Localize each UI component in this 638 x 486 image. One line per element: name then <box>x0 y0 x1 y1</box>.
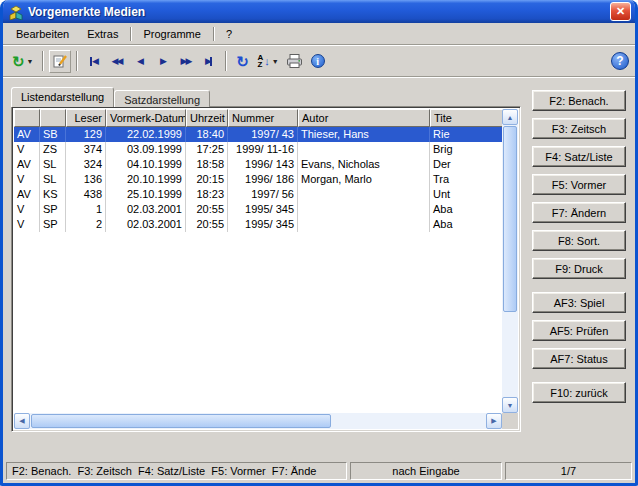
cell-titel: Rie <box>430 127 502 142</box>
reload-icon: ↻ <box>236 54 249 69</box>
cell-status: AV <box>14 127 40 142</box>
cell-nummer: 1997/ 56 <box>228 187 298 202</box>
column-header-titel[interactable]: Tite <box>430 109 502 127</box>
cell-leser: 438 <box>66 187 106 202</box>
column-header-type[interactable] <box>40 109 66 127</box>
f3-zeitsch-button[interactable]: F3: Zeitsch <box>532 118 626 139</box>
app-icon[interactable] <box>8 4 24 20</box>
cell-nummer: 1995/ 345 <box>228 217 298 232</box>
cell-datum: 02.03.2001 <box>106 217 186 232</box>
f8-sort-button[interactable]: F8: Sort. <box>532 230 626 251</box>
sort-az-icon: AZ ↓ <box>258 54 270 68</box>
cell-datum: 03.09.1999 <box>106 142 186 157</box>
tab-satzdarstellung[interactable]: Satzdarstellung <box>114 90 210 107</box>
af3-spiel-button[interactable]: AF3: Spiel <box>532 292 626 313</box>
edit-button[interactable] <box>49 50 71 73</box>
scroll-right-icon[interactable]: ▶ <box>486 413 502 429</box>
app-window: Vorgemerkte Medien ✕ Bearbeiten Extras P… <box>0 0 638 486</box>
table-row[interactable]: AV KS 438 25.10.1999 18:23 1997/ 56 Unt <box>14 187 502 202</box>
menu-bearbeiten[interactable]: Bearbeiten <box>7 25 78 43</box>
nav-fast-prev-button[interactable]: ◀◀ <box>106 50 128 73</box>
menu-help[interactable]: ? <box>217 25 241 43</box>
cell-type: ZS <box>40 142 66 157</box>
refresh-button[interactable]: ↻ ▼ <box>9 50 37 73</box>
scroll-left-icon[interactable]: ◀ <box>14 413 30 429</box>
info-button[interactable]: i <box>307 50 329 73</box>
f9-druck-button[interactable]: F9: Druck <box>532 258 626 279</box>
sort-button[interactable]: AZ ↓ ▼ <box>255 50 282 73</box>
column-header-nummer[interactable]: Nummer <box>228 109 298 127</box>
table-row[interactable]: V ZS 374 03.09.1999 17:25 1999/ 11-16 Br… <box>14 142 502 157</box>
af5-pruefen-button[interactable]: AF5: Prüfen <box>532 320 626 341</box>
column-header-uhrzeit[interactable]: Uhrzeit <box>186 109 228 127</box>
nav-next-icon: ▶ <box>160 56 165 66</box>
cell-uhrzeit: 18:23 <box>186 187 228 202</box>
scrollbar-corner <box>502 413 518 429</box>
print-button[interactable] <box>283 50 306 73</box>
nav-prev-button[interactable]: ◀ <box>129 50 151 73</box>
f7-aendern-button[interactable]: F7: Ändern <box>532 202 626 223</box>
cell-nummer: 1997/ 43 <box>228 127 298 142</box>
menu-programme[interactable]: Programme <box>134 25 209 43</box>
column-header-autor[interactable]: Autor <box>298 109 430 127</box>
cell-type: SL <box>40 157 66 172</box>
table-row[interactable]: V SL 136 20.10.1999 20:15 1996/ 186 Morg… <box>14 172 502 187</box>
cell-titel: Tra <box>430 172 502 187</box>
media-list-panel: Leser Vormerk-Datum Uhrzeit Nummer Autor… <box>11 106 521 432</box>
cell-nummer: 1996/ 186 <box>228 172 298 187</box>
menu-separator <box>213 27 214 41</box>
horizontal-scroll-thumb[interactable] <box>31 414 331 428</box>
column-header-vormerk-datum[interactable]: Vormerk-Datum <box>106 109 186 127</box>
cell-titel: Aba <box>430 202 502 217</box>
af7-status-button[interactable]: AF7: Status <box>532 348 626 369</box>
cell-autor <box>298 187 430 202</box>
f10-zurueck-button[interactable]: F10: zurück <box>532 382 626 403</box>
nav-next-button[interactable]: ▶ <box>152 50 174 73</box>
table-row[interactable]: V SP 2 02.03.2001 20:55 1995/ 345 Aba <box>14 217 502 232</box>
help-button[interactable]: ? <box>611 52 629 70</box>
statusbar: F2: Benach. F3: Zeitsch F4: Satz/Liste F… <box>3 459 635 483</box>
cell-autor: Evans, Nicholas <box>298 157 430 172</box>
table-header-row: Leser Vormerk-Datum Uhrzeit Nummer Autor… <box>14 109 502 127</box>
cell-type: SP <box>40 202 66 217</box>
tab-listendarstellung[interactable]: Listendarstellung <box>11 87 114 107</box>
f2-benach-button[interactable]: F2: Benach. <box>532 90 626 111</box>
cell-autor: Thieser, Hans <box>298 127 430 142</box>
nav-fast-next-button[interactable]: ▶▶ <box>175 50 197 73</box>
cell-leser: 2 <box>66 217 106 232</box>
toolbar-separator <box>42 51 44 71</box>
media-grid: Leser Vormerk-Datum Uhrzeit Nummer Autor… <box>14 109 502 413</box>
menubar: Bearbeiten Extras Programme ? <box>3 23 635 44</box>
cell-autor <box>298 217 430 232</box>
f5-vormer-button[interactable]: F5: Vormer <box>532 174 626 195</box>
menu-extras[interactable]: Extras <box>78 25 127 43</box>
cell-status: V <box>14 142 40 157</box>
close-button[interactable]: ✕ <box>610 2 631 21</box>
table-row[interactable]: AV SL 324 04.10.1999 18:58 1996/ 143 Eva… <box>14 157 502 172</box>
cell-type: KS <box>40 187 66 202</box>
cell-titel: Unt <box>430 187 502 202</box>
statusbar-record-counter: 1/7 <box>505 462 632 480</box>
cell-status: V <box>14 202 40 217</box>
vertical-scroll-thumb[interactable] <box>503 126 517 312</box>
cell-leser: 136 <box>66 172 106 187</box>
nav-first-button[interactable]: ◀ <box>83 50 105 73</box>
column-header-status[interactable] <box>14 109 40 127</box>
nav-fast-prev-icon: ◀◀ <box>112 56 122 66</box>
cell-leser: 324 <box>66 157 106 172</box>
nav-last-button[interactable]: ▶ <box>198 50 220 73</box>
table-row[interactable]: V SP 1 02.03.2001 20:55 1995/ 345 Aba <box>14 202 502 217</box>
toolbar: ↻ ▼ ◀ ◀◀ ◀ ▶ ▶▶ ▶ <box>3 46 635 76</box>
cell-nummer: 1995/ 345 <box>228 202 298 217</box>
cell-nummer: 1996/ 143 <box>228 157 298 172</box>
vertical-scrollbar[interactable]: ▲ ▼ <box>502 109 518 413</box>
reload-button[interactable]: ↻ <box>232 50 254 73</box>
horizontal-scrollbar[interactable]: ◀ ▶ <box>14 413 502 429</box>
table-row[interactable]: AV SB 129 22.02.1999 18:40 1997/ 43 Thie… <box>14 127 502 142</box>
scroll-down-icon[interactable]: ▼ <box>502 397 518 413</box>
scroll-up-icon[interactable]: ▲ <box>502 109 518 125</box>
cell-type: SB <box>40 127 66 142</box>
column-header-leser[interactable]: Leser <box>66 109 106 127</box>
titlebar[interactable]: Vorgemerkte Medien ✕ <box>3 0 635 23</box>
f4-satz-liste-button[interactable]: F4: Satz/Liste <box>532 146 626 167</box>
